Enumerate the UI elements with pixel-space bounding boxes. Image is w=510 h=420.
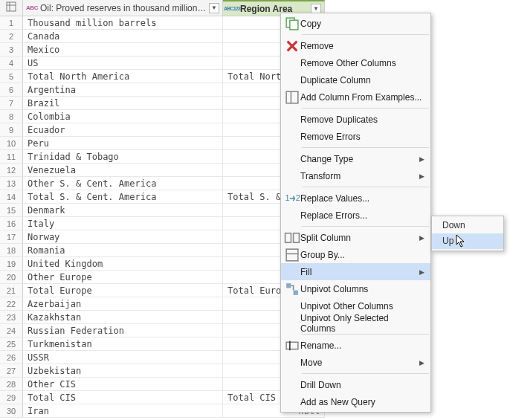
table-row[interactable]: 23Kazakhstannull [0,311,325,324]
cell-oil[interactable]: Other CIS [23,378,223,390]
cell-oil[interactable]: Venezuela [23,164,223,176]
table-row[interactable]: 18Romanianull [0,244,325,257]
submenu-fill[interactable]: DownUp [431,216,504,251]
row-number[interactable]: 28 [0,378,23,390]
table-row[interactable]: 1Thousand million barrelsnull [0,16,325,30]
menu-item-replace-errors[interactable]: Replace Errors... [281,207,430,224]
row-number[interactable]: 23 [0,311,23,323]
table-row[interactable]: 15Denmarknull [0,204,325,217]
cell-oil[interactable]: Romania [23,244,223,256]
row-number[interactable]: 24 [0,324,23,337]
table-row[interactable]: 7Brazilnull [0,97,325,110]
menu-item-unpivot-only-selected-columns[interactable]: Unpivot Only Selected Columns [281,314,430,332]
menu-item-add-as-new-query[interactable]: Add as New Query [281,393,430,410]
cell-oil[interactable]: Total North America [23,70,223,83]
cell-oil[interactable]: Russian Federation [23,324,223,337]
row-number[interactable]: 4 [0,56,23,69]
menu-item-remove-errors[interactable]: Remove Errors [281,128,430,145]
cell-oil[interactable]: Thousand million barrels [23,16,223,29]
cell-oil[interactable]: Italy [23,217,223,230]
row-number[interactable]: 10 [0,137,23,149]
menu-item-add-column-from-examples[interactable]: Add Column From Examples... [281,88,430,106]
row-number[interactable]: 17 [0,230,23,243]
row-number[interactable]: 16 [0,217,23,230]
table-row[interactable]: 10Perunull [0,137,325,150]
row-number[interactable]: 22 [0,297,23,310]
table-row[interactable]: 22Azerbaijannull [0,297,325,311]
cell-oil[interactable]: USSR [23,351,223,364]
cell-oil[interactable]: US [23,56,223,69]
table-row[interactable]: 14Total S. & Cent. AmericaTotal S. & C [0,190,325,204]
row-number[interactable]: 1 [0,16,23,29]
cell-oil[interactable]: Denmark [23,204,223,216]
row-number[interactable]: 20 [0,271,23,283]
row-number[interactable]: 30 [0,404,23,417]
row-number[interactable]: 18 [0,244,23,256]
table-row[interactable]: 21Total EuropeTotal Europe [0,284,325,297]
row-number[interactable]: 21 [0,284,23,297]
row-number[interactable]: 26 [0,351,23,364]
row-number[interactable]: 15 [0,204,23,216]
menu-item-duplicate-column[interactable]: Duplicate Column [281,71,430,88]
table-row[interactable]: 13Other S. & Cent. Americanull [0,177,325,190]
row-number[interactable]: 12 [0,164,23,176]
table-corner[interactable] [0,0,23,16]
menu-item-remove[interactable]: Remove [281,37,430,54]
menu-item-remove-other-columns[interactable]: Remove Other Columns [281,54,430,71]
menu-item-transform[interactable]: Transform▶ [281,167,430,184]
table-row[interactable]: 6Argentinanull [0,83,325,97]
row-number[interactable]: 3 [0,43,23,56]
table-row[interactable]: 8Colombianull [0,110,325,123]
table-row[interactable]: 20Other Europenull [0,271,325,284]
table-row[interactable]: 28Other CISnull [0,378,325,391]
menu-item-remove-duplicates[interactable]: Remove Duplicates [281,111,430,128]
menu-item-move[interactable]: Move▶ [281,354,430,371]
context-menu[interactable]: CopyRemoveRemove Other ColumnsDuplicate … [280,13,431,413]
cell-oil[interactable]: Other S. & Cent. America [23,177,223,190]
row-number[interactable]: 19 [0,257,23,270]
table-row[interactable]: 30Irannull [0,404,325,418]
menu-item-group-by[interactable]: Group By... [281,246,430,263]
cell-oil[interactable]: Kazakhstan [23,311,223,323]
row-number[interactable]: 8 [0,110,23,123]
filter-dropdown-icon[interactable]: ▼ [209,3,219,13]
menu-item-unpivot-columns[interactable]: Unpivot Columns [281,280,430,297]
cell-oil[interactable]: Uzbekistan [23,364,223,377]
menu-item-copy[interactable]: Copy [281,15,430,32]
row-number[interactable]: 29 [0,391,23,404]
cell-oil[interactable]: Other Europe [23,271,223,283]
cell-oil[interactable]: Total CIS [23,391,223,404]
menu-item-replace-values[interactable]: 12Replace Values... [281,190,430,207]
row-number[interactable]: 11 [0,150,23,163]
submenu-item-up[interactable]: Up [432,233,503,249]
cell-oil[interactable]: Azerbaijan [23,297,223,310]
row-number[interactable]: 5 [0,70,23,83]
table-row[interactable]: 2Canadanull [0,30,325,43]
cell-oil[interactable]: Colombia [23,110,223,123]
row-number[interactable]: 27 [0,364,23,377]
table-row[interactable]: 19United Kingdomnull [0,257,325,271]
cell-oil[interactable]: Peru [23,137,223,149]
table-row[interactable]: 16Italynull [0,217,325,230]
cell-oil[interactable]: United Kingdom [23,257,223,270]
table-row[interactable]: 17Norwaynull [0,230,325,244]
cell-oil[interactable]: Canada [23,30,223,42]
row-number[interactable]: 13 [0,177,23,190]
cell-oil[interactable]: Brazil [23,97,223,109]
menu-item-change-type[interactable]: Change Type▶ [281,150,430,167]
row-number[interactable]: 6 [0,83,23,96]
table-row[interactable]: 27Uzbekistannull [0,364,325,378]
cell-oil[interactable]: Total S. & Cent. America [23,190,223,203]
column-header-oil[interactable]: ABC Oil: Proved reserves in thousand mil… [23,0,223,16]
table-row[interactable]: 12Venezuelanull [0,164,325,177]
menu-item-drill-down[interactable]: Drill Down [281,376,430,393]
table-row[interactable]: 3Mexiconull [0,43,325,56]
table-row[interactable]: 11Trinidad & Tobagonull [0,150,325,164]
menu-item-rename[interactable]: Rename... [281,337,430,354]
row-number[interactable]: 7 [0,97,23,109]
row-number[interactable]: 2 [0,30,23,42]
cell-oil[interactable]: Trinidad & Tobago [23,150,223,163]
table-row[interactable]: 4USnull [0,56,325,70]
submenu-item-down[interactable]: Down [432,218,503,233]
table-row[interactable]: 9Ecuadornull [0,123,325,137]
